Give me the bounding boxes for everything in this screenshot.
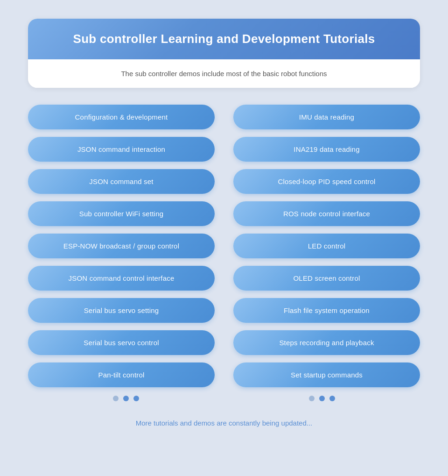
header-subtitle-text: The sub controller demos include most of… [47, 70, 401, 78]
footer-text: More tutorials and demos are constantly … [136, 419, 313, 427]
left-dot-1 [123, 396, 129, 401]
dots-row [28, 396, 420, 401]
left-button-5[interactable]: JSON command control interface [28, 266, 215, 291]
header-title-bar: Sub controller Learning and Development … [28, 19, 420, 59]
left-button-7[interactable]: Serial bus servo control [28, 330, 215, 355]
right-dot-1 [319, 396, 325, 401]
right-dot-2 [329, 396, 335, 401]
left-dots-group [28, 396, 224, 401]
right-button-7[interactable]: Steps recording and playback [233, 330, 420, 355]
left-button-6[interactable]: Serial bus servo setting [28, 298, 215, 323]
left-dot-2 [133, 396, 139, 401]
right-button-8[interactable]: Set startup commands [233, 362, 420, 387]
button-grid: Configuration & developmentIMU data read… [28, 105, 420, 387]
page-title: Sub controller Learning and Development … [47, 32, 401, 46]
left-button-3[interactable]: Sub controller WiFi setting [28, 201, 215, 226]
right-dots-group [224, 396, 420, 401]
right-button-3[interactable]: ROS node control interface [233, 201, 420, 226]
header-subtitle: The sub controller demos include most of… [28, 59, 420, 88]
right-button-4[interactable]: LED control [233, 234, 420, 258]
right-dot-0 [309, 396, 315, 401]
left-button-4[interactable]: ESP-NOW broadcast / group control [28, 234, 215, 258]
header-card: Sub controller Learning and Development … [28, 19, 420, 88]
left-button-0[interactable]: Configuration & development [28, 105, 215, 129]
right-button-0[interactable]: IMU data reading [233, 105, 420, 129]
right-button-1[interactable]: INA219 data reading [233, 137, 420, 162]
left-dot-0 [113, 396, 119, 401]
left-button-2[interactable]: JSON command set [28, 169, 215, 194]
left-button-1[interactable]: JSON command interaction [28, 137, 215, 162]
right-button-6[interactable]: Flash file system operation [233, 298, 420, 323]
right-button-5[interactable]: OLED screen control [233, 266, 420, 291]
right-button-2[interactable]: Closed-loop PID speed control [233, 169, 420, 194]
left-button-8[interactable]: Pan-tilt control [28, 362, 215, 387]
